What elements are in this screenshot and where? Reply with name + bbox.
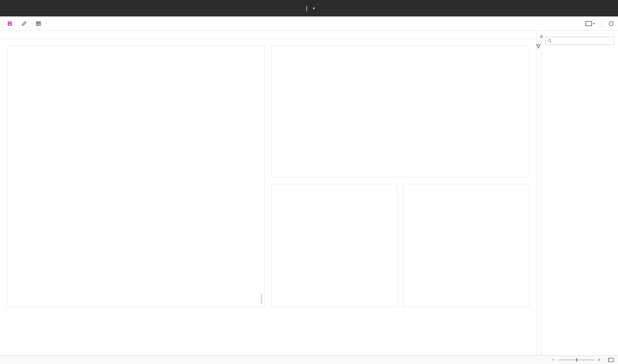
bars bbox=[409, 190, 525, 271]
small-charts-row bbox=[271, 184, 529, 307]
search-input-wrap[interactable] bbox=[545, 37, 614, 45]
zoom-in-button[interactable]: + bbox=[598, 357, 600, 362]
x-axis-label bbox=[278, 274, 393, 275]
y-axis-label bbox=[277, 52, 279, 151]
fit-to-page-button[interactable] bbox=[608, 358, 614, 362]
your-data-panel bbox=[541, 31, 618, 355]
x-axis-ticks bbox=[278, 271, 393, 274]
refresh-button[interactable] bbox=[608, 21, 614, 27]
toolbar: ▾ bbox=[0, 16, 618, 31]
x-axis-ticks bbox=[15, 291, 260, 293]
search-input[interactable] bbox=[554, 38, 612, 44]
bars bbox=[279, 52, 524, 147]
zoom-slider[interactable] bbox=[559, 359, 594, 360]
svg-line-6 bbox=[550, 41, 551, 42]
collapse-icon[interactable]: « bbox=[540, 33, 543, 40]
bars bbox=[15, 52, 260, 291]
insights-text bbox=[12, 294, 262, 304]
svg-point-5 bbox=[548, 39, 551, 42]
y-axis-label bbox=[12, 52, 15, 294]
content-area bbox=[0, 31, 537, 355]
pencil-icon bbox=[21, 21, 27, 26]
doc-title-area[interactable]: | ▾ bbox=[303, 5, 315, 12]
x-axis-label bbox=[409, 274, 525, 275]
edit-button[interactable] bbox=[18, 19, 32, 28]
view-mode-button[interactable]: ▾ bbox=[585, 21, 595, 26]
divider bbox=[601, 20, 602, 27]
bars bbox=[278, 190, 393, 271]
x-axis-label bbox=[279, 150, 524, 151]
filters-rail[interactable]: « ▷ bbox=[537, 31, 541, 355]
search-icon bbox=[548, 39, 552, 43]
x-axis-ticks bbox=[409, 271, 525, 274]
chart-units-by-product[interactable] bbox=[7, 46, 265, 307]
main: « ▷ bbox=[0, 31, 618, 355]
save-icon bbox=[7, 21, 13, 26]
show-data-table-button[interactable] bbox=[32, 19, 47, 28]
svg-rect-0 bbox=[36, 22, 41, 25]
separator: | bbox=[306, 5, 307, 12]
y-axis-label bbox=[276, 190, 278, 275]
chart-units-by-country[interactable] bbox=[271, 184, 398, 307]
summary-header bbox=[0, 31, 536, 40]
publish-button[interactable] bbox=[4, 19, 18, 28]
chevron-down-icon[interactable]: ▾ bbox=[313, 6, 315, 10]
svg-rect-4 bbox=[586, 21, 592, 26]
table-icon bbox=[36, 21, 41, 26]
titlebar: | ▾ bbox=[0, 0, 618, 16]
svg-rect-7 bbox=[608, 358, 613, 362]
status-bar: − + bbox=[0, 355, 618, 364]
chart-units-by-title[interactable] bbox=[403, 184, 529, 307]
chart-discounts-by-product[interactable] bbox=[271, 46, 529, 177]
filters-label: ▷ bbox=[536, 45, 542, 50]
x-axis-ticks bbox=[279, 147, 524, 150]
chevron-down-icon: ▾ bbox=[593, 22, 595, 25]
y-axis-label bbox=[407, 190, 409, 275]
cards-grid bbox=[0, 40, 536, 313]
zoom-out-button[interactable]: − bbox=[552, 357, 554, 362]
